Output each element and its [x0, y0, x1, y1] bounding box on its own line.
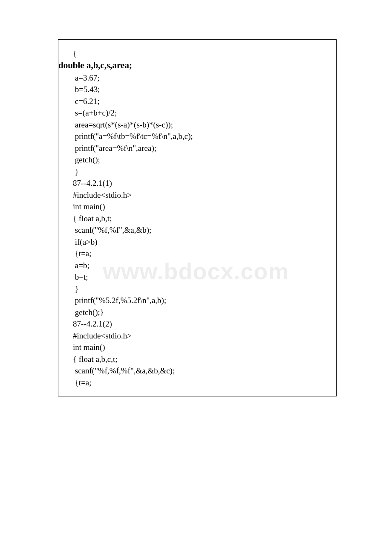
code-line: getch(); [73, 156, 336, 164]
code-line: { float a,b,c,t; [73, 355, 336, 363]
code-line: a=3.67; [73, 74, 336, 82]
code-line: area=sqrt(s*(s-a)*(s-b)*(s-c)); [73, 121, 336, 129]
code-line: } [73, 285, 336, 293]
code-line: {t=a; [73, 379, 336, 387]
code-line: int main() [73, 202, 336, 211]
code-line: scanf("%f,%f",&a,&b); [73, 226, 336, 234]
code-line: printf("a=%f\tb=%f\tc=%f\n",a,b,c); [73, 132, 336, 140]
code-line: #include<stdio.h> [73, 191, 336, 199]
code-line: 87--4.2.1(1) [73, 179, 336, 187]
code-line: #include<stdio.h> [73, 332, 336, 340]
code-line: } [73, 168, 336, 176]
code-line: printf("area=%f\n",area); [73, 144, 336, 152]
page: www.bdocx.com {double a,b,c,s,area; a=3.… [0, 0, 392, 555]
code-line: 87--4.2.1(2) [73, 320, 336, 328]
code-line: printf("%5.2f,%5.2f\n",a,b); [73, 296, 336, 304]
code-line: getch();} [73, 308, 336, 316]
code-line: {t=a; [73, 249, 336, 257]
code-line: double a,b,c,s,area; [58, 61, 336, 70]
code-line: a=b; [73, 261, 336, 269]
code-line: { [73, 49, 336, 58]
code-line: int main() [73, 343, 336, 351]
code-line: if(a>b) [73, 238, 336, 246]
code-line: c=6.21; [73, 97, 336, 105]
code-content: {double a,b,c,s,area; a=3.67; b=5.43; c=… [58, 49, 336, 387]
code-line: scanf("%f,%f,%f",&a,&b,&c); [73, 367, 336, 375]
code-frame: {double a,b,c,s,area; a=3.67; b=5.43; c=… [58, 39, 337, 396]
code-line: s=(a+b+c)/2; [73, 109, 336, 117]
code-line: b=t; [73, 273, 336, 281]
code-line: { float a,b,t; [73, 214, 336, 223]
code-line: b=5.43; [73, 85, 336, 93]
